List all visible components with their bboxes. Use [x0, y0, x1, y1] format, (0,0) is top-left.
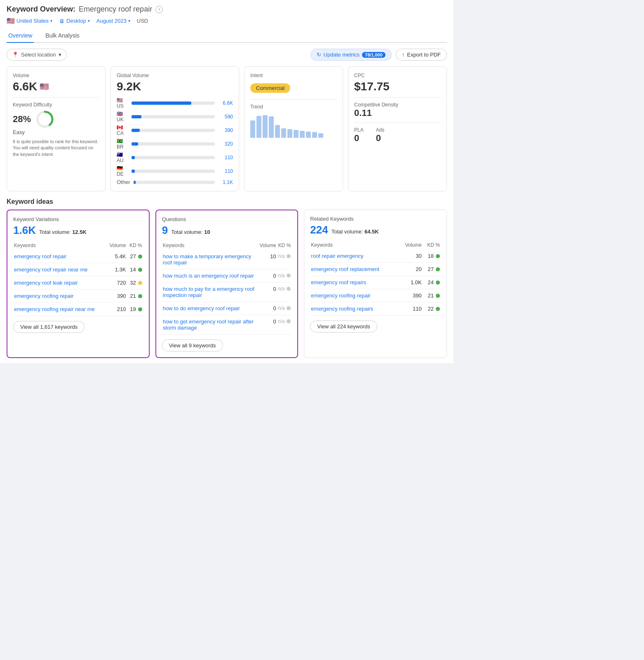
tab-bulk-analysis[interactable]: Bulk Analysis: [44, 29, 81, 43]
country-dropdown[interactable]: 🇺🇸 United States ▾: [7, 17, 52, 25]
refresh-icon: ↻: [317, 52, 321, 58]
page-title-light: Emergency roof repair: [79, 5, 152, 14]
kd-dot: [138, 268, 142, 272]
gv-country-label: 🇨🇦 CA: [117, 125, 128, 136]
view-all-questions-button[interactable]: View all 9 keywords: [162, 339, 223, 351]
tab-overview[interactable]: Overview: [7, 29, 34, 43]
volume-cell: 0: [259, 315, 277, 335]
kd-dot: [287, 254, 291, 258]
gv-row: 🇨🇦 CA 390: [117, 125, 233, 136]
gv-row: 🇺🇸 US 6.6K: [117, 97, 233, 109]
kd-dot: [436, 254, 440, 258]
gv-bar: [132, 170, 135, 173]
questions-section-label: Questions: [162, 216, 292, 222]
related-section-label: Related Keywords: [310, 216, 441, 222]
keyword-link[interactable]: emergency roofing repair near me: [14, 306, 95, 312]
intent-label: Intent: [250, 73, 337, 78]
gv-country-label: 🇦🇺 AU: [117, 152, 128, 163]
global-volume-card: Global Volume 9.2K 🇺🇸 US 6.6K 🇬🇧 UK 590 …: [110, 66, 239, 191]
trend-bar: [256, 116, 261, 138]
add-keyword-icon[interactable]: +: [155, 6, 163, 13]
table-row: emergency roof replacement 20 27: [310, 263, 441, 276]
cpc-value: $17.75: [354, 80, 441, 93]
page-title-bold: Keyword Overview:: [7, 5, 75, 14]
pla-label: PLA: [354, 127, 364, 133]
gv-num: 320: [218, 141, 233, 147]
kd-dot: [287, 306, 291, 310]
keyword-link[interactable]: emergency roof leak repair: [14, 280, 78, 286]
date-dropdown[interactable]: August 2023 ▾: [96, 18, 130, 24]
keyword-link[interactable]: emergency roof repairs: [311, 279, 366, 285]
location-selector[interactable]: 📍 Select location ▾: [7, 49, 67, 61]
keyword-link[interactable]: emergency roof repair near me: [14, 266, 87, 273]
keyword-link[interactable]: how to make a temporary emergency roof r…: [163, 253, 251, 266]
gv-num: 390: [218, 127, 233, 133]
col-volume: Volume: [106, 241, 127, 250]
gv-value: 9.2K: [117, 80, 233, 93]
kd-dot: [436, 294, 440, 298]
table-row: how to get emergency roof repair after s…: [162, 315, 292, 335]
kd-dot: [138, 281, 142, 285]
kd-cell: n/a: [277, 269, 292, 283]
currency-label: USD: [137, 18, 148, 24]
keyword-link[interactable]: how to get emergency roof repair after s…: [163, 318, 254, 331]
volume-cell: 30: [400, 250, 423, 263]
keyword-link[interactable]: emergency roof repair: [14, 253, 66, 259]
gv-label: Global Volume: [117, 73, 233, 78]
questions-card: Questions 9 Total volume: 10 Keywords Vo…: [155, 210, 298, 358]
col-keywords: Keywords: [13, 241, 106, 250]
gv-bar: [132, 115, 141, 118]
gv-row: 🇩🇪 DE 110: [117, 165, 233, 177]
volume-cell: 20: [400, 263, 423, 276]
kd-cell: n/a: [277, 302, 292, 315]
volume-cell: 0: [259, 269, 277, 283]
variations-section-label: Keyword Variations: [13, 216, 143, 222]
cd-value: 0.11: [354, 108, 441, 118]
table-row: emergency roof repair near me 1.3K 14: [13, 263, 143, 276]
trend-bar: [300, 131, 305, 138]
kd-description: It is quite possible to rank for this ke…: [13, 139, 99, 158]
keyword-link[interactable]: emergency roofing repairs: [311, 306, 373, 312]
volume-cell: 720: [106, 276, 127, 290]
keyword-link[interactable]: emergency roofing repair: [311, 292, 371, 299]
keyword-link[interactable]: emergency roofing repair: [14, 293, 74, 299]
update-metrics-button[interactable]: ↻ Update metrics 78/1,000: [310, 49, 392, 61]
date-label: August 2023: [96, 18, 127, 24]
keyword-link[interactable]: how much is an emergency roof repair: [163, 273, 254, 279]
pla-item: PLA 0: [354, 127, 364, 144]
location-pin-icon: 📍: [12, 52, 19, 58]
kd-cell: 24: [423, 276, 441, 289]
table-row: emergency roof leak repair 720 32: [13, 276, 143, 290]
kd-dot: [436, 307, 440, 311]
gv-country-label: 🇺🇸 US: [117, 97, 128, 109]
trend-label: Trend: [250, 104, 337, 110]
keyword-link[interactable]: how to do emergency roof repair: [163, 305, 240, 311]
keyword-link[interactable]: emergency roof replacement: [311, 266, 379, 272]
gv-bar: [132, 129, 140, 132]
gv-country-label: 🇬🇧 UK: [117, 111, 128, 123]
table-row: emergency roofing repair 390 21: [310, 289, 441, 302]
gv-row: 🇧🇷 BR 320: [117, 138, 233, 150]
table-row: how to do emergency roof repair 0 n/a: [162, 302, 292, 315]
update-metrics-label: Update metrics: [324, 52, 360, 58]
kd-cell: 21: [127, 290, 143, 303]
keyword-link[interactable]: roof repair emergency: [311, 253, 363, 259]
kd-dot: [138, 294, 142, 298]
keyword-link[interactable]: how much to pay for a emergency roof ins…: [163, 286, 254, 298]
view-all-related-button[interactable]: View all 224 keywords: [310, 321, 377, 332]
cd-label: Competitive Density: [354, 102, 441, 108]
page-wrapper: Keyword Overview: Emergency roof repair …: [0, 0, 454, 363]
device-dropdown[interactable]: 🖥 Desktop ▾: [59, 18, 90, 24]
volume-card: Volume 6.6K 🇺🇸 Keyword Difficulty 28% Ea…: [7, 66, 106, 191]
gv-num: 590: [218, 114, 233, 120]
questions-total: Total volume: 10: [171, 229, 210, 235]
trend-bar: [275, 125, 280, 138]
view-all-variations-button[interactable]: View all 1,617 keywords: [13, 321, 85, 333]
intent-badge: Commercial: [250, 83, 290, 93]
export-pdf-button[interactable]: ↑ Export to PDF: [396, 49, 447, 61]
ads-item: Ads 0: [376, 127, 385, 144]
kd-cell: 32: [127, 276, 143, 290]
table-row: emergency roof repair 5.4K 27: [13, 250, 143, 263]
trend-bar: [263, 115, 268, 138]
cpc-label: CPC: [354, 73, 441, 78]
